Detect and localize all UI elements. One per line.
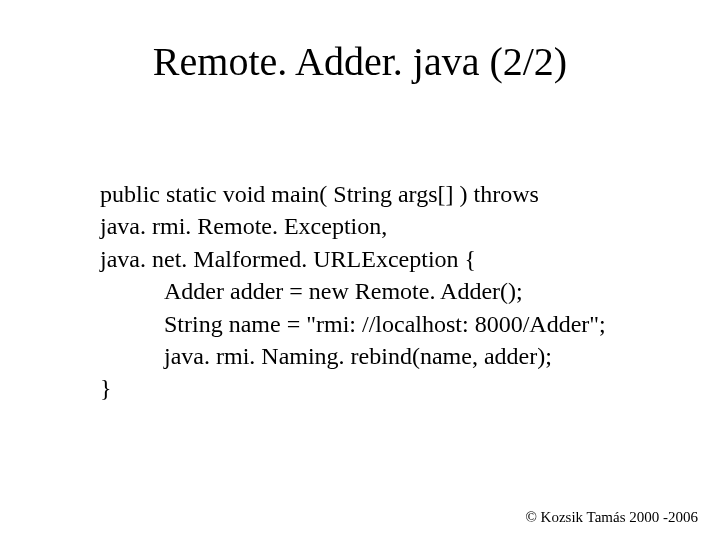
code-line: java. rmi. Remote. Exception, — [100, 210, 660, 242]
code-block: public static void main( String args[] )… — [100, 178, 660, 405]
code-line: java. rmi. Naming. rebind(name, adder); — [100, 340, 660, 372]
slide-title: Remote. Adder. java (2/2) — [0, 38, 720, 85]
slide: Remote. Adder. java (2/2) public static … — [0, 0, 720, 540]
code-line: String name = "rmi: //localhost: 8000/Ad… — [100, 308, 660, 340]
code-line: public static void main( String args[] )… — [100, 178, 660, 210]
code-line: } — [100, 372, 660, 404]
code-line: Adder adder = new Remote. Adder(); — [100, 275, 660, 307]
footer-copyright: © Kozsik Tamás 2000 -2006 — [525, 509, 698, 526]
code-line: java. net. Malformed. URLException { — [100, 243, 660, 275]
